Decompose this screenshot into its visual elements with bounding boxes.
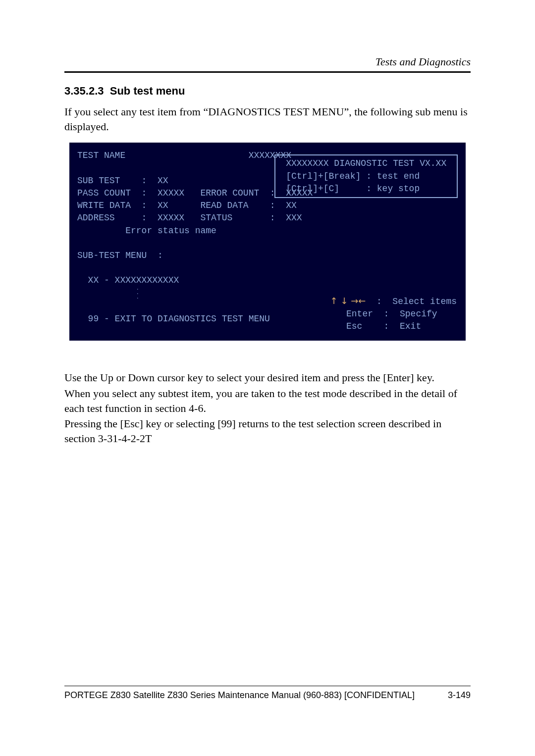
term-line-exit: 99 - EXIT TO DIAGNOSTICS TEST MENU [77,314,270,324]
footer-manual-title: PORTEGE Z830 Satellite Z830 Series Maint… [64,690,344,700]
section-number: 3.35.2.3 [64,85,104,97]
header-rule [64,71,471,73]
term-box-line2: [Ctrl]+[C] : key stop [280,184,420,194]
document-page: Tests and Diagnostics 3.35.2.3 Sub test … [0,0,535,756]
footer-left: PORTEGE Z830 Satellite Z830 Series Maint… [64,690,415,701]
after-paragraph-1: Use the Up or Down cursor key to select … [64,370,471,385]
term-line-subtest: SUB TEST : XX [77,176,168,186]
term-line-addr: ADDRESS : XXXXX STATUS : XXX [77,213,302,223]
ellipsis-icon [136,287,138,300]
running-header: Tests and Diagnostics [64,55,471,71]
term-line-testname: TEST NAME XXXXXXXX [77,151,291,160]
term-box-line1: [Ctrl]+[Break] : test end [280,171,420,181]
term-box-title: XXXXXXXX DIAGNOSTIC TEST VX.XX [280,158,452,168]
term-line-menuhdr: SUB-TEST MENU : [77,251,163,260]
after-paragraph-3: Pressing the [Esc] key or selecting [99]… [64,416,471,446]
term-line-write: WRITE DATA : XX READ DATA : XX [77,201,297,210]
footer-page-number: 3-149 [448,690,471,701]
legend-esc: Esc : Exit [330,321,422,331]
terminal-screenshot: TEST NAME XXXXXXXX SUB TEST : XX PASS CO… [69,143,466,341]
legend-select: : Select items [366,297,457,306]
term-line-item: XX - XXXXXXXXXXXX [77,275,179,285]
footer-confidential: [CONFIDENTIAL] [344,690,415,700]
section-title: Sub test menu [110,85,185,97]
section-heading: 3.35.2.3 Sub test menu [64,85,471,98]
after-paragraph-2: When you select any subtest item, you ar… [64,386,471,415]
footer-rule [64,686,471,686]
term-line-err: Error status name [77,226,216,236]
intro-paragraph: If you select any test item from “DIAGNO… [64,104,471,134]
terminal-key-legend: ↑ ↓ →← : Select items Enter : Specify Es… [330,295,457,333]
legend-enter: Enter : Specify [330,309,437,319]
arrow-keys-icon: ↑ ↓ →← [330,296,366,306]
terminal-info-box: XXXXXXXX DIAGNOSTIC TEST VX.XX [Ctrl]+[B… [274,154,458,198]
page-footer: PORTEGE Z830 Satellite Z830 Series Maint… [64,686,471,701]
